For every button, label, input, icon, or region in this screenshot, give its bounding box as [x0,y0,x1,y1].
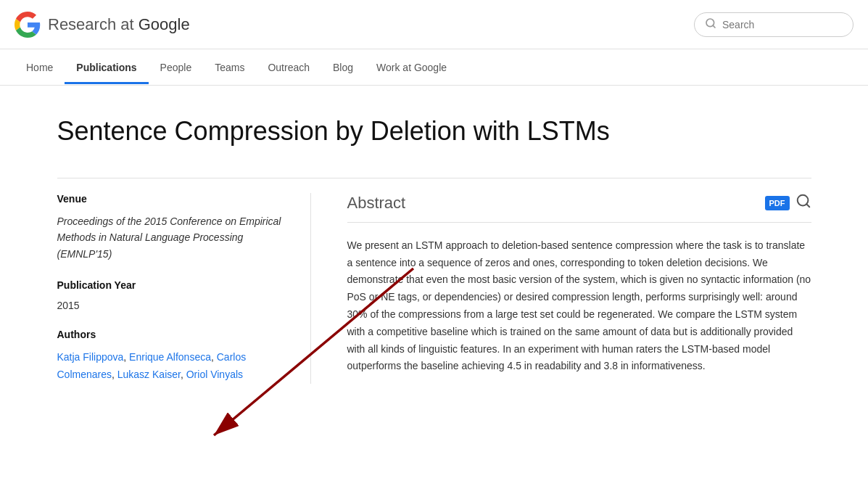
logo-link[interactable]: Research at Google [15,12,190,38]
nav-item-publications[interactable]: Publications [65,52,148,83]
year-text: 2015 [57,300,289,311]
search-input[interactable] [722,19,843,30]
nav-item-home[interactable]: Home [15,52,65,83]
abstract-text: We present an LSTM approach to deletion-… [347,237,811,375]
content-grid: Venue Proceedings of the 2015 Conference… [57,178,811,384]
author-kaiser[interactable]: Lukasz Kaiser [117,369,181,380]
svg-line-1 [713,25,715,28]
search-area[interactable] [694,12,853,37]
right-column: Abstract PDF We present an LSTM approach… [340,193,811,384]
nav-item-work-at-google[interactable]: Work at Google [365,52,458,83]
venue-label: Venue [57,193,289,205]
google-logo-icon [15,12,41,38]
nav-item-blog[interactable]: Blog [321,52,365,83]
header: Research at Google [0,0,868,49]
page-title: Sentence Compression by Deletion with LS… [57,115,811,149]
year-label: Publication Year [57,279,289,291]
nav-item-people[interactable]: People [149,52,204,83]
author-vinyals[interactable]: Oriol Vinyals [186,369,243,380]
main-content: Sentence Compression by Deletion with LS… [36,86,833,413]
svg-line-3 [806,204,809,207]
search-icon [705,17,716,32]
authors-list: Katja Filippova, Enrique Alfonseca, Carl… [57,349,289,384]
authors-label: Authors [57,329,289,340]
pdf-button[interactable]: PDF [765,196,790,210]
abstract-title: Abstract [347,194,406,213]
author-alfonseca[interactable]: Enrique Alfonseca [129,351,211,363]
author-filippova[interactable]: Katja Filippova [57,351,124,363]
logo-text: Research at Google [48,15,190,34]
main-nav: Home Publications People Teams Outreach … [0,49,868,86]
search-abstract-icon[interactable] [795,193,811,213]
nav-item-teams[interactable]: Teams [203,52,256,83]
abstract-icons: PDF [765,193,811,213]
nav-item-outreach[interactable]: Outreach [256,52,321,83]
abstract-header: Abstract PDF [347,193,811,223]
venue-text: Proceedings of the 2015 Conference on Em… [57,213,289,262]
left-column: Venue Proceedings of the 2015 Conference… [57,193,311,384]
